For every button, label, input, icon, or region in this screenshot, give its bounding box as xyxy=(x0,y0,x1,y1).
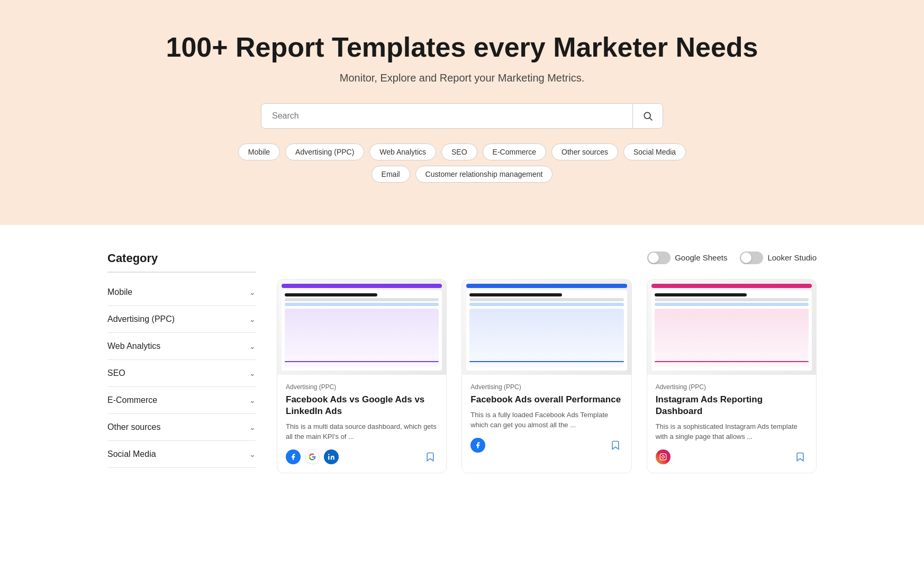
mockup-bar xyxy=(651,284,812,288)
filter-tag[interactable]: Email xyxy=(372,166,410,183)
card-body: Advertising (PPC)Facebook Ads overall Pe… xyxy=(462,375,631,461)
search-container xyxy=(261,103,663,129)
hero-subtitle: Monitor, Explore and Report your Marketi… xyxy=(11,72,913,84)
mockup-content xyxy=(466,290,627,371)
sidebar-item-label: Other sources xyxy=(107,422,160,432)
card-description: This is a multi data source dashboard, w… xyxy=(286,421,438,442)
mockup-content xyxy=(282,290,442,371)
chevron-down-icon: ⌄ xyxy=(249,315,256,323)
mockup-bar xyxy=(466,284,627,288)
cards-grid: Advertising (PPC)Facebook Ads vs Google … xyxy=(277,279,817,473)
card-mockup xyxy=(277,280,446,375)
filter-tag[interactable]: SEO xyxy=(441,143,477,160)
toggle-knob xyxy=(741,253,751,263)
card-description: This is a fully loaded Facebook Ads Temp… xyxy=(470,410,622,430)
toggle-switch[interactable] xyxy=(740,251,763,264)
chevron-down-icon: ⌄ xyxy=(249,450,256,458)
chevron-down-icon: ⌄ xyxy=(249,288,256,296)
sidebar-item-label: Web Analytics xyxy=(107,341,160,351)
search-input[interactable] xyxy=(261,104,632,128)
mockup-row xyxy=(469,293,562,296)
card-description: This is a sophisticated Instagram Ads te… xyxy=(656,421,808,442)
svg-point-0 xyxy=(644,112,650,119)
svg-rect-3 xyxy=(660,454,666,460)
toggle-group: Looker Studio xyxy=(740,251,817,264)
card-body: Advertising (PPC)Instagram Ads Reporting… xyxy=(647,375,816,473)
mockup-row xyxy=(285,303,439,306)
toggle-knob xyxy=(648,253,659,263)
sidebar-item[interactable]: Web Analytics⌄ xyxy=(107,333,256,360)
hero-section: 100+ Report Templates every Marketer Nee… xyxy=(0,0,924,225)
sidebar-title: Category xyxy=(107,251,256,273)
sidebar-item[interactable]: Advertising (PPC)⌄ xyxy=(107,306,256,333)
bookmark-icon[interactable] xyxy=(423,449,438,464)
sidebar-item[interactable]: SEO⌄ xyxy=(107,360,256,387)
mockup-chart xyxy=(469,309,623,367)
mockup-chart xyxy=(655,309,809,367)
filter-tag[interactable]: Social Media xyxy=(623,143,686,160)
filter-tag[interactable]: E-Commerce xyxy=(483,143,546,160)
search-icon xyxy=(642,111,653,121)
card-category: Advertising (PPC) xyxy=(286,383,438,391)
sidebar-item-label: E-Commerce xyxy=(107,395,157,405)
card-image xyxy=(647,280,816,375)
card-footer xyxy=(286,449,438,464)
sidebar: Category Mobile⌄Advertising (PPC)⌄Web An… xyxy=(107,251,256,473)
filter-tag[interactable]: Web Analytics xyxy=(369,143,436,160)
sidebar-item[interactable]: E-Commerce⌄ xyxy=(107,387,256,414)
mockup-chart-line xyxy=(285,361,439,362)
template-card[interactable]: Advertising (PPC)Instagram Ads Reporting… xyxy=(647,279,817,473)
toggle-area: Google SheetsLooker Studio xyxy=(277,251,817,264)
filter-tag[interactable]: Mobile xyxy=(238,143,280,160)
sidebar-item[interactable]: Social Media⌄ xyxy=(107,441,256,468)
filter-tag[interactable]: Advertising (PPC) xyxy=(285,143,364,160)
mockup-content xyxy=(651,290,812,371)
card-body: Advertising (PPC)Facebook Ads vs Google … xyxy=(277,375,446,473)
template-card[interactable]: Advertising (PPC)Facebook Ads overall Pe… xyxy=(461,279,631,473)
mockup-row xyxy=(285,298,439,301)
card-title: Facebook Ads vs Google Ads vs LinkedIn A… xyxy=(286,394,438,417)
card-source-icons xyxy=(470,438,485,453)
bookmark-icon[interactable] xyxy=(793,449,808,464)
mockup-row xyxy=(469,303,623,306)
sidebar-item[interactable]: Mobile⌄ xyxy=(107,279,256,306)
filter-tag[interactable]: Customer relationship management xyxy=(415,166,553,183)
sidebar-item[interactable]: Other sources⌄ xyxy=(107,414,256,441)
mockup-row xyxy=(655,293,747,296)
mockup-row xyxy=(469,298,623,301)
toggle-switch[interactable] xyxy=(647,251,671,264)
chevron-down-icon: ⌄ xyxy=(249,369,256,377)
template-card[interactable]: Advertising (PPC)Facebook Ads vs Google … xyxy=(277,279,447,473)
sidebar-item-label: Social Media xyxy=(107,449,156,459)
chevron-down-icon: ⌄ xyxy=(249,342,256,350)
mockup-row xyxy=(655,303,809,306)
sidebar-item-label: Mobile xyxy=(107,287,132,297)
mockup-row xyxy=(285,293,377,296)
fb-icon xyxy=(470,438,485,453)
filter-tags: MobileAdvertising (PPC)Web AnalyticsSEOE… xyxy=(224,143,700,183)
card-source-icons xyxy=(286,449,339,464)
svg-point-2 xyxy=(328,454,329,455)
card-category: Advertising (PPC) xyxy=(656,383,808,391)
fb-icon xyxy=(286,449,301,464)
bookmark-icon[interactable] xyxy=(608,438,623,453)
card-source-icons xyxy=(656,449,671,464)
toggle-group: Google Sheets xyxy=(647,251,727,264)
cards-section: Google SheetsLooker Studio Advertising (… xyxy=(277,251,817,473)
card-mockup xyxy=(462,280,631,375)
card-footer xyxy=(470,438,622,453)
card-title: Instagram Ads Reporting Dashboard xyxy=(656,394,808,417)
search-button[interactable] xyxy=(632,104,663,128)
card-mockup xyxy=(647,280,816,375)
li-icon xyxy=(324,449,339,464)
filter-tag[interactable]: Other sources xyxy=(551,143,618,160)
main-content: Category Mobile⌄Advertising (PPC)⌄Web An… xyxy=(92,225,832,505)
sidebar-items: Mobile⌄Advertising (PPC)⌄Web Analytics⌄S… xyxy=(107,279,256,468)
mockup-chart-line xyxy=(655,361,809,362)
sidebar-item-label: SEO xyxy=(107,368,125,378)
mockup-chart-line xyxy=(469,361,623,362)
mockup-chart xyxy=(285,309,439,367)
chevron-down-icon: ⌄ xyxy=(249,396,256,404)
svg-line-1 xyxy=(650,118,653,121)
hero-title: 100+ Report Templates every Marketer Nee… xyxy=(11,32,913,64)
